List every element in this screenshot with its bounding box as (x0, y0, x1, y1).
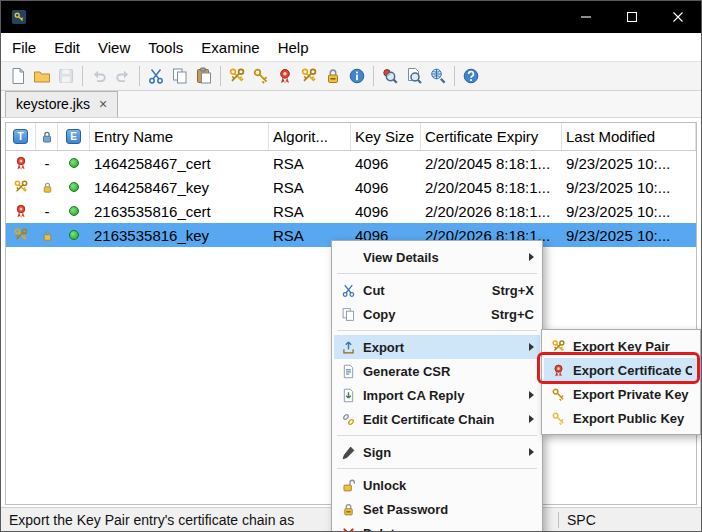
table-row-1464258467-key[interactable]: 1464258467_keyRSA40962/20/2045 8:18:1...… (6, 175, 696, 199)
menubar-item-view[interactable]: View (89, 36, 139, 59)
menu-item-icon-slot (547, 387, 569, 402)
set-password-button[interactable] (321, 64, 345, 88)
maximize-button[interactable] (609, 1, 655, 33)
submenu-arrow-icon (529, 448, 534, 456)
context-menu-item-view-details[interactable]: View Details (334, 245, 540, 269)
cell-expiry-status (58, 175, 90, 199)
context-menu-item-copy[interactable]: CopyStrg+C (334, 302, 540, 326)
menu-item-icon-slot (547, 363, 569, 378)
cell-key-size: 4096 (351, 175, 421, 199)
tab-bar: keystore.jks × (1, 91, 701, 118)
export-icon (341, 340, 356, 355)
column-header-certificate-expiry[interactable]: Certificate Expiry (421, 123, 562, 150)
menu-item-label: Export (359, 340, 523, 355)
examine-certificate-button[interactable] (378, 64, 402, 88)
menu-item-icon-slot (337, 502, 359, 517)
menu-separator (337, 468, 537, 469)
menu-item-label: Set Password (359, 502, 534, 517)
redo-icon (114, 67, 132, 85)
context-menu-item-cut[interactable]: CutStrg+X (334, 278, 540, 302)
save-keystore-button[interactable] (54, 64, 78, 88)
cell-certificate-expiry: 2/20/2045 8:18:1... (421, 175, 562, 199)
sign-icon (341, 445, 356, 460)
toolbar-separator (373, 66, 374, 86)
table-row-1464258467-cert[interactable]: -1464258467_certRSA40962/20/2045 8:18:1.… (6, 151, 696, 175)
examine-crl-button[interactable] (402, 64, 426, 88)
cell-last-modified: 9/23/2025 10:... (562, 151, 696, 175)
column-label: Last Modified (566, 128, 655, 145)
menubar-item-examine[interactable]: Examine (192, 36, 268, 59)
generate-key-pair-button[interactable] (225, 64, 249, 88)
column-header-lock[interactable] (36, 123, 58, 150)
lock-icon (41, 229, 54, 242)
menu-shortcut: Strg+C (479, 307, 534, 322)
submenu-item-export-public-key[interactable]: Export Public Key (544, 406, 698, 430)
title-bar (1, 1, 701, 33)
delete-icon (341, 526, 356, 532)
context-menu: View DetailsCutStrg+XCopyStrg+CExportGen… (331, 240, 543, 532)
open-keystore-button[interactable] (30, 64, 54, 88)
menubar-item-tools[interactable]: Tools (139, 36, 192, 59)
new-keystore-button[interactable] (6, 64, 30, 88)
undo-button[interactable] (87, 64, 111, 88)
copy-button[interactable] (168, 64, 192, 88)
generate-secret-key-button[interactable] (249, 64, 273, 88)
examine-ssl-button[interactable] (426, 64, 450, 88)
context-menu-item-generate-csr[interactable]: Generate CSR (334, 359, 540, 383)
menubar-item-file[interactable]: File (3, 36, 45, 59)
cell-key-size: 4096 (351, 199, 421, 223)
context-menu-item-set-password[interactable]: Set Password (334, 497, 540, 521)
tab-close-icon[interactable]: × (99, 97, 107, 111)
properties-button[interactable] (345, 64, 369, 88)
tab-keystore-jks[interactable]: keystore.jks × (5, 91, 118, 117)
help-button[interactable] (459, 64, 483, 88)
cell-certificate-expiry: 2/20/2026 8:18:1... (421, 199, 562, 223)
cut-button[interactable] (144, 64, 168, 88)
context-menu-item-delete[interactable]: Delete (334, 521, 540, 532)
table-row-2163535816-cert[interactable]: -2163535816_certRSA40962/20/2026 8:18:1.… (6, 199, 696, 223)
import-trusted-certificate-button[interactable] (273, 64, 297, 88)
menu-item-icon-slot (547, 411, 569, 426)
menu-item-label: Export Private Key (569, 387, 692, 402)
context-menu-item-unlock[interactable]: Unlock (334, 473, 540, 497)
minimize-button[interactable] (563, 1, 609, 33)
menubar-item-help[interactable]: Help (269, 36, 318, 59)
column-header-entry-name[interactable]: Entry Name (90, 123, 269, 150)
menu-item-label: Import CA Reply (359, 388, 523, 403)
menu-shortcut: Strg+X (480, 283, 534, 298)
column-header-algorithm[interactable]: Algorit... (269, 123, 351, 150)
toolbar-separator (82, 66, 83, 86)
context-menu-item-edit-certificate-chain[interactable]: Edit Certificate Chain (334, 407, 540, 431)
close-button[interactable] (655, 1, 701, 33)
export-submenu: Export Key PairExport Certificate ChainE… (541, 329, 701, 435)
context-menu-item-export[interactable]: Export (334, 335, 540, 359)
column-header-key-size[interactable]: Key Size (351, 123, 421, 150)
submenu-item-export-key-pair[interactable]: Export Key Pair (544, 334, 698, 358)
submenu-item-export-private-key[interactable]: Export Private Key (544, 382, 698, 406)
import-key-pair-button[interactable] (297, 64, 321, 88)
menu-item-label: View Details (359, 250, 523, 265)
menu-separator (337, 273, 537, 274)
cell-last-modified: 9/23/2025 10:... (562, 175, 696, 199)
cut-icon (147, 67, 165, 85)
column-header-expiry[interactable]: E (58, 123, 90, 150)
context-menu-item-sign[interactable]: Sign (334, 440, 540, 464)
cell-algorithm: RSA (269, 199, 351, 223)
status-valid-icon (69, 206, 79, 216)
status-valid-icon (69, 230, 79, 240)
minimize-icon (581, 12, 591, 22)
cell-type (6, 175, 36, 199)
submenu-item-export-certificate-chain[interactable]: Export Certificate Chain (544, 358, 698, 382)
paste-button[interactable] (192, 64, 216, 88)
column-header-type[interactable]: T (6, 123, 36, 150)
menubar-item-edit[interactable]: Edit (45, 36, 89, 59)
cell-last-modified: 9/23/2025 10:... (562, 223, 696, 247)
context-menu-item-import-ca-reply[interactable]: Import CA Reply (334, 383, 540, 407)
cell-type (6, 151, 36, 175)
submenu-arrow-icon (529, 253, 534, 261)
menu-item-icon-slot (337, 388, 359, 403)
redo-button[interactable] (111, 64, 135, 88)
certificate-icon (551, 363, 566, 378)
cell-entry-name: 1464258467_key (90, 175, 269, 199)
column-header-last-modified[interactable]: Last Modified (562, 123, 696, 150)
